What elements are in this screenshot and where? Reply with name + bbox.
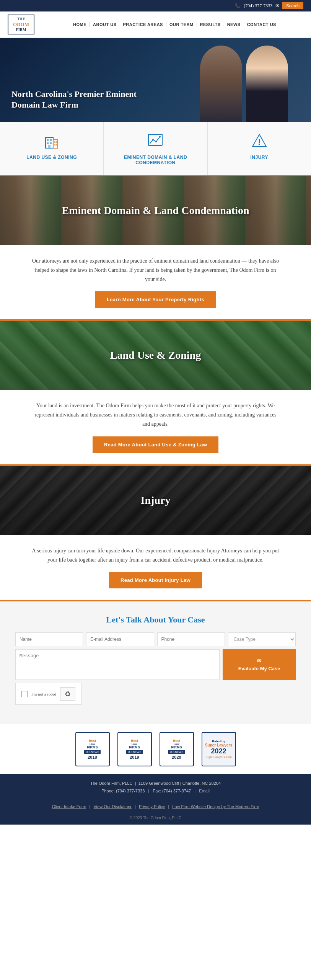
svg-rect-3 [47, 142, 49, 144]
nav-practice[interactable]: PRACTICE AREAS [120, 22, 166, 27]
eminent-body-text: Our attorneys are not only experienced i… [31, 256, 280, 284]
svg-rect-5 [48, 145, 50, 148]
submit-label: Evaluate My Case [238, 666, 280, 671]
svg-rect-10 [56, 144, 57, 145]
firm-name-text: The Odom Firm, PLLC [90, 781, 133, 786]
land-use-label: LAND USE & ZONING [6, 155, 98, 160]
copyright-text: © 2023 The Odom Firm, PLLC [130, 816, 182, 820]
practice-injury[interactable]: INJURY [208, 122, 311, 175]
award-usnews-label: U.S.NEWS [84, 750, 101, 754]
nav-team[interactable]: OUR TEAM [166, 22, 197, 27]
injury-section-title: Injury [141, 494, 171, 506]
footer-main: The Odom Firm, PLLC | 1109 Greenwood Cli… [0, 774, 311, 801]
eminent-bg-image: Eminent Domain & Land Condemnation [0, 176, 311, 245]
nav-news[interactable]: NEWS [224, 22, 244, 27]
footer-link-privacy[interactable]: Privacy Policy [139, 804, 165, 809]
contact-title: Let's Talk About Your Case [15, 615, 296, 625]
svg-rect-9 [54, 144, 55, 145]
svg-point-14 [159, 136, 161, 137]
svg-rect-4 [50, 142, 52, 144]
practice-eminent[interactable]: EMINENT DOMAIN & LAND CONDEMNATION [104, 122, 207, 175]
search-button[interactable]: Search [282, 2, 303, 9]
svg-rect-1 [47, 139, 49, 141]
footer-contact-line: Phone: (704) 377-7333 | Fax: (704) 377-3… [6, 787, 305, 795]
captcha-box[interactable]: I'm not a robot ♻ [15, 683, 81, 705]
award-2020: Best LAW FIRMS U.S.NEWS 2020 [160, 732, 194, 766]
award-firms-label-2: FIRMS [129, 745, 140, 749]
award-law-label: LAW [90, 743, 95, 745]
injury-content: A serious injury can turn your life upsi… [0, 535, 311, 600]
hero-title: North Carolina's Premier Eminent Domain … [11, 89, 164, 111]
svg-point-12 [152, 139, 154, 140]
triangle-icon [250, 132, 269, 151]
eminent-label: EMINENT DOMAIN & LAND CONDEMNATION [109, 155, 201, 165]
person-female [246, 46, 288, 122]
footer-link-disclaimer[interactable]: View Our Disclaimer [93, 804, 131, 809]
eminent-cta-button[interactable]: Learn More About Your Property Rights [95, 291, 216, 308]
envelope-icon: ✉ [275, 3, 279, 9]
captcha-label: I'm not a robot [31, 692, 56, 696]
captcha-checkbox[interactable] [21, 691, 28, 697]
injury-label: INJURY [213, 155, 305, 160]
logo-line3: FIRM [11, 28, 31, 32]
nav-results[interactable]: RESULTS [197, 22, 224, 27]
award-firms-label-3: FIRMS [171, 745, 182, 749]
land-cta-button[interactable]: Read More About Land Use & Zoning Law [93, 436, 218, 453]
award-usnews-label-3: U.S.NEWS [168, 750, 185, 754]
svg-rect-8 [56, 141, 57, 143]
nav-contact[interactable]: CONTACT US [244, 22, 279, 27]
svg-rect-2 [50, 139, 52, 141]
chart-icon [146, 132, 165, 151]
super-lawyers-label: Rated by [212, 740, 225, 743]
award-year-2020: 2020 [172, 755, 181, 760]
submit-button[interactable]: ✉ Evaluate My Case [223, 649, 296, 680]
footer-link-design[interactable]: Law Firm Website Design by The Modern Fi… [172, 804, 259, 809]
footer-firm-name: The Odom Firm, PLLC | 1109 Greenwood Cli… [6, 780, 305, 787]
award-law-label-2: LAW [132, 743, 137, 745]
form-row-2: ✉ Evaluate My Case [15, 649, 296, 680]
super-lawyers-brand: Super Lawyers [205, 743, 232, 747]
injury-bg-image: Injury [0, 466, 311, 535]
practice-land-use[interactable]: LAND USE & ZONING [0, 122, 104, 175]
land-content: Your land is an investment. The Odom Fir… [0, 390, 311, 464]
footer-address: 1109 Greenwood Cliff | Charlotte, NC 282… [138, 781, 221, 786]
case-type-select[interactable]: Case Type [228, 632, 296, 646]
land-body-text: Your land is an investment. The Odom Fir… [31, 401, 280, 428]
award-year-2018: 2018 [88, 755, 97, 760]
email-input[interactable] [86, 632, 154, 646]
name-input[interactable] [15, 632, 83, 646]
captcha-row: I'm not a robot ♻ [15, 683, 296, 705]
super-lawyers-year: 2022 [211, 747, 226, 755]
footer-email-link[interactable]: Email [199, 789, 210, 793]
injury-body-text: A serious injury can turn your life upsi… [31, 546, 280, 565]
top-bar: 📞 (704) 377-7333 ✉ Search [0, 0, 311, 11]
envelope-submit-icon: ✉ [257, 658, 261, 664]
nav-home[interactable]: HOME [70, 22, 90, 27]
award-best-label: Best [89, 739, 96, 743]
contact-section: Let's Talk About Your Case Case Type ✉ E… [0, 601, 311, 724]
hero-banner: North Carolina's Premier Eminent Domain … [0, 38, 311, 122]
award-best-label-3: Best [173, 739, 181, 743]
awards-section: Best LAW FIRMS U.S.NEWS 2018 Best LAW FI… [0, 724, 311, 774]
land-bg-image: Land Use & Zoning [0, 321, 311, 390]
eminent-section-title: Eminent Domain & Land Condemnation [62, 204, 249, 217]
award-year-2019: 2019 [130, 755, 139, 760]
message-textarea[interactable] [15, 649, 220, 680]
form-row-1: Case Type [15, 632, 296, 646]
land-section-title: Land Use & Zoning [110, 349, 201, 361]
award-firms-label: FIRMS [87, 745, 98, 749]
person-male [200, 46, 242, 122]
phone-icon: 📞 [235, 3, 241, 9]
svg-rect-7 [54, 141, 55, 143]
super-lawyers-sub: SuperLawyers.com [205, 755, 231, 759]
logo[interactable]: THE ODOM FIRM [8, 15, 34, 34]
award-best-label-2: Best [131, 739, 138, 743]
footer-phone: Phone: (704) 377-7333 [101, 789, 145, 793]
injury-cta-button[interactable]: Read More About Injury Law [109, 572, 202, 588]
svg-point-13 [155, 141, 157, 142]
phone-input[interactable] [157, 632, 225, 646]
footer-link-intake[interactable]: Client Intake Form [52, 804, 86, 809]
award-2019: Best LAW FIRMS U.S.NEWS 2019 [117, 732, 152, 766]
footer-copyright: © 2023 The Odom Firm, PLLC [0, 813, 311, 825]
nav-about[interactable]: ABOUT US [90, 22, 120, 27]
